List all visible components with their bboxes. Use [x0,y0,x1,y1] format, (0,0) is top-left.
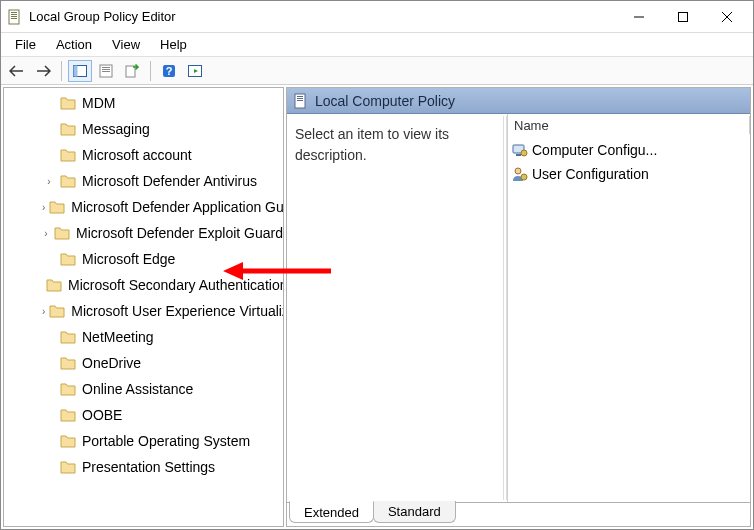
list-item[interactable]: User Configuration [512,162,746,186]
svg-rect-6 [679,12,688,21]
tree-item-label: Presentation Settings [82,459,215,475]
folder-icon [49,303,65,319]
svg-point-25 [521,150,527,156]
toolbar: ? [1,57,753,85]
tree-item[interactable]: Microsoft Secondary Authentication Facto… [4,272,283,298]
tree-item-label: OneDrive [82,355,141,371]
folder-icon [60,121,76,137]
list-pane: Name Computer Configu... User Configurat… [507,114,750,502]
tree-scroll[interactable]: MDMMessagingMicrosoft account›Microsoft … [4,88,283,526]
svg-text:?: ? [166,65,173,77]
folder-icon [54,225,70,241]
details-title: Local Computer Policy [315,93,455,109]
tree-item-label: Microsoft Defender Exploit Guard [76,225,283,241]
list-item-label: Computer Configu... [532,142,657,158]
computer-config-icon [512,142,528,158]
titlebar: Local Group Policy Editor [1,1,753,33]
tree-expander[interactable]: › [42,202,45,213]
folder-icon [49,199,65,215]
forward-button[interactable] [31,60,55,82]
close-button[interactable] [705,2,749,32]
toolbar-separator [61,61,62,81]
tree-item[interactable]: ›Microsoft Defender Exploit Guard [4,220,283,246]
toolbar-separator [150,61,151,81]
tree-item[interactable]: OOBE [4,402,283,428]
list-item[interactable]: Computer Configu... [512,138,746,162]
tree-item[interactable]: Microsoft account [4,142,283,168]
folder-icon [60,95,76,111]
tree-expander[interactable]: › [42,306,45,317]
menubar: File Action View Help [1,33,753,57]
tree-item[interactable]: OneDrive [4,350,283,376]
details-body: Select an item to view its description. … [287,114,750,502]
folder-icon [60,329,76,345]
tree-item[interactable]: MDM [4,90,283,116]
tree-item-label: Microsoft Secondary Authentication Facto… [68,277,283,293]
tab-extended[interactable]: Extended [289,501,374,523]
properties-button[interactable] [94,60,118,82]
tree-item[interactable]: Online Assistance [4,376,283,402]
folder-icon [60,147,76,163]
maximize-button[interactable] [661,2,705,32]
svg-rect-14 [102,71,110,72]
svg-rect-20 [297,96,303,97]
tree-item-label: Microsoft Edge [82,251,175,267]
folder-icon [60,433,76,449]
tree-item[interactable]: ›Microsoft User Experience Virtualizatio… [4,298,283,324]
tree-item[interactable]: NetMeeting [4,324,283,350]
folder-icon [60,355,76,371]
minimize-button[interactable] [617,2,661,32]
svg-rect-24 [516,154,521,156]
menu-view[interactable]: View [102,35,150,54]
svg-rect-4 [11,18,17,19]
tabs-strip: Extended Standard [287,502,750,526]
tree-item-label: Portable Operating System [82,433,250,449]
folder-icon [46,277,62,293]
svg-point-27 [521,174,527,180]
window-title: Local Group Policy Editor [29,9,617,24]
folder-icon [60,407,76,423]
menu-help[interactable]: Help [150,35,197,54]
tree-panel: MDMMessagingMicrosoft account›Microsoft … [3,87,284,527]
tree-item[interactable]: ›Microsoft Defender Antivirus [4,168,283,194]
back-button[interactable] [5,60,29,82]
policy-doc-icon [293,93,309,109]
show-tree-button[interactable] [68,60,92,82]
help-button[interactable]: ? [157,60,181,82]
list-column-header[interactable]: Name [508,114,750,136]
tree-item[interactable]: Microsoft Edge [4,246,283,272]
folder-icon [60,251,76,267]
folder-icon [60,173,76,189]
menu-file[interactable]: File [5,35,46,54]
svg-rect-13 [102,69,110,70]
description-text: Select an item to view its description. [295,124,495,166]
svg-rect-2 [11,14,17,15]
tree-item[interactable]: ›Microsoft Defender Application Guard [4,194,283,220]
svg-point-26 [515,168,521,174]
svg-rect-1 [11,12,17,13]
tree-item[interactable]: Portable Operating System [4,428,283,454]
tree-expander[interactable]: › [42,176,56,187]
tree-item-label: OOBE [82,407,122,423]
tree-item-label: Microsoft account [82,147,192,163]
svg-rect-12 [102,67,110,68]
tree-item[interactable]: Messaging [4,116,283,142]
details-panel: Local Computer Policy Select an item to … [286,87,751,527]
folder-icon [60,459,76,475]
tree-item-label: Microsoft Defender Application Guard [71,199,283,215]
menu-action[interactable]: Action [46,35,102,54]
folder-icon [60,381,76,397]
export-button[interactable] [120,60,144,82]
svg-rect-22 [297,100,303,101]
filter-button[interactable] [183,60,207,82]
details-header: Local Computer Policy [287,88,750,114]
tree-item-label: Online Assistance [82,381,193,397]
content-area: MDMMessagingMicrosoft account›Microsoft … [1,85,753,529]
tree-item-label: MDM [82,95,115,111]
policy-doc-icon [7,9,23,25]
tree-item[interactable]: Presentation Settings [4,454,283,480]
tree-item-label: NetMeeting [82,329,154,345]
tree-expander[interactable]: › [42,228,50,239]
tree-item-label: Messaging [82,121,150,137]
tab-standard[interactable]: Standard [373,501,456,523]
